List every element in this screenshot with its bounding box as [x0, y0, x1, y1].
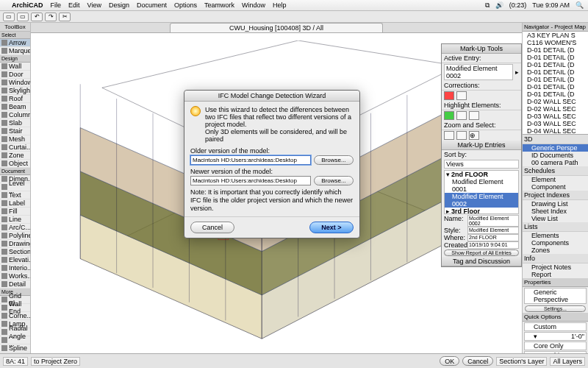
nav-item[interactable]: D-04 WALL SEC — [523, 127, 588, 135]
zoom-btn2[interactable] — [456, 131, 467, 140]
menu-file[interactable]: File — [51, 1, 62, 9]
tool-line[interactable]: Line — [0, 216, 30, 224]
tool-marquee[interactable]: Marquee — [0, 47, 30, 55]
menu-document[interactable]: Document — [137, 1, 167, 9]
nav-list-components[interactable]: Components — [523, 239, 588, 247]
nav-schedules[interactable]: Schedules — [523, 166, 588, 176]
tool-beam[interactable]: Beam — [0, 103, 30, 111]
menu-edit[interactable]: Edit — [68, 1, 80, 9]
quick-opt1[interactable]: Custom — [524, 322, 587, 331]
highlight-btn2[interactable] — [456, 111, 467, 120]
nav-item[interactable]: C116 WOMEN'S — [523, 39, 588, 46]
status-cancel-button[interactable]: Cancel — [462, 356, 493, 366]
tool-mesh[interactable]: Mesh — [0, 135, 30, 144]
entry-0001[interactable]: Modified Element 0001 — [445, 178, 518, 193]
nav-3d-camera[interactable]: 00 camera Path — [523, 159, 588, 166]
tool-interior[interactable]: Interio... — [0, 264, 30, 272]
highlight-green-icon[interactable] — [444, 111, 454, 120]
nav-3d-section[interactable]: 3D — [523, 135, 588, 144]
entry-0002-sel[interactable]: Modified Element 0002 — [445, 193, 518, 208]
nav-report[interactable]: Report — [523, 271, 588, 278]
sort-select[interactable]: Views — [444, 160, 519, 169]
newer-path-input[interactable] — [190, 176, 311, 185]
tool-drawing[interactable]: Drawing — [0, 240, 30, 248]
floor-2nd[interactable]: ▾ 2nd FLOOR — [445, 171, 518, 178]
settings-button[interactable]: Settings... — [525, 305, 586, 312]
nav-list-elements[interactable]: Elements — [523, 232, 588, 239]
cut-icon[interactable]: ✂ — [59, 13, 71, 21]
zoom-btn3[interactable]: ⊕ — [469, 131, 479, 140]
status-projzero[interactable]: to Project Zero — [31, 357, 80, 366]
nav-info[interactable]: Info — [523, 254, 588, 263]
tool-spline[interactable]: Spline — [0, 344, 30, 353]
tool-curtain[interactable]: Curtai... — [0, 144, 30, 152]
status-ok-button[interactable]: OK — [440, 356, 459, 366]
highlight-btn3[interactable] — [469, 111, 479, 120]
tool-fill[interactable]: Fill — [0, 208, 30, 216]
tool-stair[interactable]: Stair — [0, 127, 30, 135]
nav-drawing-list[interactable]: Drawing List — [523, 200, 588, 208]
tool-slab[interactable]: Slab — [0, 119, 30, 127]
document-tab[interactable]: CWU_Housing [100408] 3D / All — [170, 23, 383, 32]
nav-item[interactable]: D-03 WALL SEC — [523, 120, 588, 127]
menu-options[interactable]: Options — [174, 1, 197, 9]
chevron-down-icon[interactable]: ▸ — [515, 68, 519, 76]
quick-scale[interactable]: 1'-0" — [571, 333, 584, 340]
markup-entries-header[interactable]: Mark-Up Entries — [442, 141, 521, 150]
tool-polyline[interactable]: Polyline — [0, 232, 30, 240]
nav-item[interactable]: D-03 WALL SEC — [523, 113, 588, 120]
show-report-button[interactable]: Show Report of All Entries — [444, 250, 519, 256]
menu-window[interactable]: Window — [242, 1, 265, 9]
older-browse-button[interactable]: Browse... — [314, 155, 354, 165]
open-icon[interactable]: ▭ — [17, 13, 29, 21]
quick-opt4[interactable]: US ArchiCAD 10 Default — [524, 351, 587, 353]
new-icon[interactable]: ▭ — [3, 13, 15, 21]
nav-proj-indexes[interactable]: Project Indexes — [523, 191, 588, 200]
markup-active-value[interactable]: Modified Element 0002 — [444, 64, 513, 80]
wifi-icon[interactable]: ⧉ — [485, 1, 490, 10]
older-path-input[interactable] — [190, 155, 311, 165]
entry-name[interactable]: Modified Element 0002 — [467, 215, 519, 227]
redo-icon[interactable]: ↷ — [45, 13, 57, 21]
nav-lists[interactable]: Lists — [523, 222, 588, 232]
tag-discussion-header[interactable]: Tag and Discussion — [442, 257, 521, 266]
nav-item[interactable]: D-02 WALL SEC — [523, 105, 588, 113]
tool-elevation[interactable]: Elevati... — [0, 256, 30, 264]
quick-opt3[interactable]: Core Only — [524, 342, 587, 350]
tool-door[interactable]: Door — [0, 71, 30, 79]
menu-design[interactable]: Design — [109, 1, 129, 9]
floor-3rd[interactable]: ▸ 3rd Floor — [445, 208, 518, 214]
tool-hotspot[interactable]: Hotspot — [0, 353, 30, 353]
tool-window[interactable]: Window — [0, 79, 30, 87]
status-all-layers[interactable]: All Layers — [550, 357, 585, 366]
newer-browse-button[interactable]: Browse... — [314, 176, 354, 185]
nav-item[interactable]: D-01 DETAIL (D — [523, 61, 588, 68]
tool-skylight[interactable]: Skylight — [0, 87, 30, 95]
menu-teamwork[interactable]: Teamwork — [204, 1, 234, 9]
quick-options-header[interactable]: Quick Options — [523, 313, 588, 322]
nav-3d-generic[interactable]: Generic Perspe — [523, 144, 588, 152]
tool-angle[interactable]: Angle ... — [0, 336, 30, 344]
spotlight-icon[interactable]: 🔍 — [576, 1, 584, 9]
tool-zone[interactable]: Zone — [0, 152, 30, 160]
nav-3d-docs[interactable]: ID Documents — [523, 152, 588, 159]
nav-item[interactable]: D-02 WALL SEC — [523, 98, 588, 105]
tool-worksheet[interactable]: Works... — [0, 272, 30, 280]
menu-help[interactable]: Help — [273, 1, 287, 9]
markup-entry-list[interactable]: ▾ 2nd FLOOR Modified Element 0001 Modifi… — [444, 170, 519, 214]
tool-detail[interactable]: Detail — [0, 280, 30, 289]
entry-style[interactable]: Modified Element — [467, 227, 519, 234]
tool-wall[interactable]: Wall — [0, 63, 30, 71]
nav-sched-component[interactable]: Component — [523, 183, 588, 191]
nav-item[interactable]: D-01 DETAIL (D — [523, 68, 588, 76]
nav-item[interactable]: A3 KEY PLAN S — [523, 32, 588, 39]
correction-red-icon[interactable] — [444, 91, 454, 100]
nav-item[interactable]: D-01 DETAIL (D — [523, 83, 588, 91]
nav-proj-notes[interactable]: Project Notes — [523, 263, 588, 271]
tool-roof[interactable]: Roof — [0, 95, 30, 103]
nav-view-list[interactable]: View List — [523, 215, 588, 222]
nav-sched-element[interactable]: Element — [523, 176, 588, 183]
nav-item[interactable]: D-01 DETAIL (D — [523, 46, 588, 54]
tool-column[interactable]: Column — [0, 111, 30, 119]
nav-list-zones[interactable]: Zones — [523, 247, 588, 254]
